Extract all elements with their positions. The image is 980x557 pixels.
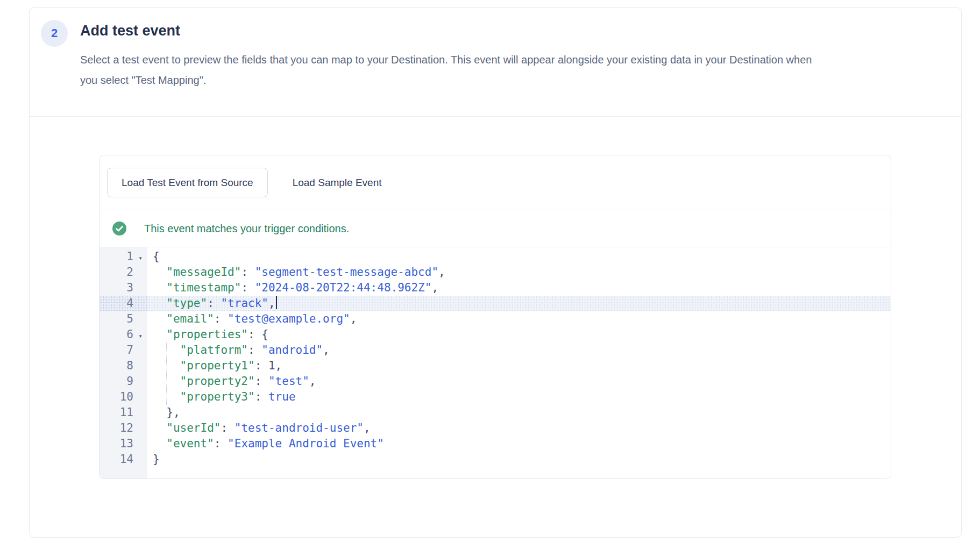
trigger-status-row: This event matches your trigger conditio… [100,210,891,247]
code-line-content[interactable]: "properties": { [147,327,268,342]
code-line[interactable]: 14} [100,452,891,467]
code-line-content[interactable]: } [147,452,160,467]
code-line[interactable]: 12 "userId": "test-android-user", [100,420,891,436]
line-number: 2 [100,265,133,280]
step-number: 2 [51,26,58,40]
line-gutter: 11 [100,405,147,420]
line-number: 5 [100,311,133,327]
line-gutter: 4 [100,296,147,311]
line-gutter: 14 [100,452,147,467]
line-gutter: 7 [100,342,147,358]
code-line[interactable]: 2 "messageId": "segment-test-message-abc… [100,265,891,280]
line-gutter: 1▾ [100,249,147,265]
line-gutter: 8 [100,358,147,374]
code-line[interactable]: 9 "property2": "test", [100,374,891,389]
code-editor[interactable]: 1▾{2 "messageId": "segment-test-message-… [100,247,891,479]
code-line[interactable]: 10 "property3": true [100,389,891,405]
code-line[interactable]: 13 "event": "Example Android Event" [100,436,891,452]
line-gutter: 3 [100,280,147,296]
load-sample-event-button[interactable]: Load Sample Event [280,168,395,197]
step-number-badge: 2 [41,20,68,47]
fold-toggle-icon[interactable]: ▾ [133,251,147,266]
line-number: 7 [100,342,133,358]
line-gutter: 12 [100,420,147,436]
code-line-content[interactable]: "property2": "test", [147,374,316,389]
code-line-content[interactable]: "platform": "android", [147,342,330,358]
code-line-content[interactable]: "property3": true [147,389,296,405]
code-line[interactable]: 4 "type": "track", [100,296,891,311]
code-line[interactable]: 6▾ "properties": { [100,327,891,342]
line-gutter: 5 [100,311,147,327]
header-divider [30,116,961,117]
code-line-content[interactable]: { [147,249,160,265]
step-description: Select a test event to preview the field… [80,49,814,90]
line-number: 10 [100,389,133,405]
code-line-content[interactable]: "userId": "test-android-user", [147,420,371,436]
code-line[interactable]: 1▾{ [100,249,891,265]
step-card: 2 Add test event Select a test event to … [29,7,962,538]
line-number: 1 [100,249,133,265]
line-number: 13 [100,436,133,452]
code-line-content[interactable]: "email": "test@example.org", [147,311,357,327]
page: 2 Add test event Select a test event to … [0,0,980,557]
load-test-event-button[interactable]: Load Test Event from Source [107,168,268,197]
code-line-content[interactable]: "messageId": "segment-test-message-abcd"… [147,265,445,280]
line-number: 4 [100,296,133,311]
line-number: 14 [100,452,133,467]
line-gutter: 13 [100,436,147,452]
line-number: 3 [100,280,133,296]
page-title: Add test event [80,23,180,39]
code-line-content[interactable]: "event": "Example Android Event" [147,436,384,452]
line-gutter: 9 [100,374,147,389]
line-gutter: 2 [100,265,147,280]
code-line[interactable]: 5 "email": "test@example.org", [100,311,891,327]
code-line[interactable]: 3 "timestamp": "2024-08-20T22:44:48.962Z… [100,280,891,296]
code-line-content[interactable]: "property1": 1, [147,358,282,374]
code-line[interactable]: 11 }, [100,405,891,420]
fold-toggle-icon[interactable]: ▾ [133,329,147,344]
text-cursor [276,296,277,309]
code-line-content[interactable]: }, [147,405,180,420]
event-source-toolbar: Load Test Event from Source Load Sample … [100,155,891,210]
code-line-content[interactable]: "timestamp": "2024-08-20T22:44:48.962Z", [147,280,438,296]
line-number: 9 [100,374,133,389]
code-line[interactable]: 7 "platform": "android", [100,342,891,358]
trigger-status-message: This event matches your trigger conditio… [144,223,349,235]
test-event-panel: Load Test Event from Source Load Sample … [99,155,891,479]
check-circle-icon [112,222,126,235]
line-number: 12 [100,420,133,436]
line-gutter: 10 [100,389,147,405]
line-number: 8 [100,358,133,374]
line-gutter: 6▾ [100,327,147,342]
code-line-content[interactable]: "type": "track", [147,296,277,311]
code-line[interactable]: 8 "property1": 1, [100,358,891,374]
line-number: 11 [100,405,133,420]
line-number: 6 [100,327,133,342]
code-editor-lines: 1▾{2 "messageId": "segment-test-message-… [100,249,891,467]
